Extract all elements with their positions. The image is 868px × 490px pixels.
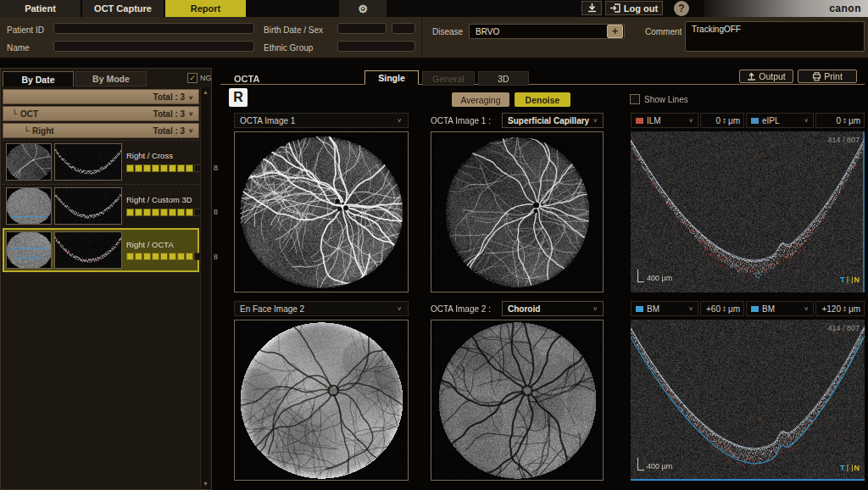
octa-angiogram-image (235, 132, 408, 292)
disease-add-button[interactable]: + (607, 25, 623, 38)
brand-logo: canon (829, 3, 861, 14)
disease-dropdown[interactable]: BRVO + (469, 24, 625, 39)
scale-bracket-icon (637, 270, 644, 282)
comment-field[interactable]: TrackingOFF (685, 21, 865, 52)
bscan1-layer2-dropdown[interactable]: eIPL ∨ (746, 113, 814, 128)
name-field[interactable] (53, 41, 254, 52)
bscan1-panel[interactable]: 414 / 807 400 μm T ⌈·⌋ N (631, 131, 865, 292)
sex-field[interactable] (392, 23, 415, 34)
chevron-down-icon: ∨ (593, 305, 598, 311)
tab-patient[interactable]: Patient (0, 0, 81, 17)
bscan2-offset2-stepper[interactable]: +120 ▲▼ μm (815, 301, 865, 316)
chevron-down-icon: ∨ (397, 305, 402, 311)
tab-3d[interactable]: 3D (478, 71, 529, 86)
tab-oct-capture[interactable]: OCT Capture (82, 0, 164, 17)
scan-row-right-octa[interactable]: Right / OCTA 8 (3, 228, 199, 272)
eipl-line-color-chip (751, 118, 759, 124)
tab-general[interactable]: General (422, 71, 475, 86)
disease-label: Disease (432, 27, 463, 36)
bscan-thumbnail (54, 231, 122, 269)
show-lines-checkbox[interactable] (630, 94, 640, 104)
scan-row-right-cross[interactable]: Right / Cross 8 (3, 140, 199, 182)
scan-row-right-custom3d[interactable]: Right / Custom 3D 8 (3, 184, 199, 226)
sidebar-scrollbar[interactable]: ▲ ▼ (200, 87, 210, 489)
chevron-down-icon: ∨ (188, 127, 193, 133)
download-button[interactable] (581, 1, 602, 15)
study-browser-sidebar: By Date By Mode ✓ NG Total : 3∨ └ OCT To… (0, 68, 212, 490)
patient-id-field[interactable] (53, 23, 254, 34)
superficial-capillary-dropdown[interactable]: Superficial Capillary ∨ (502, 113, 604, 128)
frame-counter: 414 / 807 (827, 324, 860, 332)
fundus-thumbnail (6, 231, 52, 269)
tab-single[interactable]: Single (364, 70, 419, 85)
bscan2-layer2-dropdown[interactable]: BM ∨ (746, 301, 814, 316)
stepper-arrows-icon[interactable]: ▲▼ (843, 117, 847, 124)
tree-row-oct[interactable]: └ OCT Total : 3∨ (3, 106, 199, 121)
chevron-down-icon: ∨ (804, 117, 809, 123)
logout-button[interactable]: Log out (605, 1, 663, 15)
superficial-capillary-image (431, 132, 603, 292)
stepper-arrows-icon[interactable]: ▲▼ (722, 305, 726, 312)
birth-date-field[interactable] (337, 23, 387, 34)
chevron-down-icon: ∨ (688, 305, 693, 311)
chevron-down-icon: ∨ (688, 117, 693, 123)
sidebar-tab-by-date[interactable]: By Date (3, 71, 74, 86)
ng-filter[interactable]: ✓ NG (187, 73, 212, 83)
show-lines-control[interactable]: Show Lines (630, 94, 688, 104)
orientation-marker: T ⌈·⌋ N (840, 464, 860, 472)
bscan1-layer1-dropdown[interactable]: ILM ∨ (631, 113, 698, 128)
octa-image1-panel[interactable] (234, 131, 409, 292)
bscan1-offset2-stepper[interactable]: 0 ▲▼ μm (815, 113, 865, 128)
enface-image2-panel[interactable] (234, 320, 409, 481)
stepper-arrows-icon[interactable]: ▲▼ (843, 305, 847, 312)
print-icon (812, 72, 821, 81)
orientation-marker: T ⌈·⌋ N (840, 276, 860, 284)
print-button[interactable]: Print (798, 70, 857, 83)
enface-image (235, 320, 408, 480)
fundus-thumbnail (6, 187, 52, 225)
tree-row-right[interactable]: └ Right Total : 3∨ (3, 123, 199, 138)
scale-bar: 400 μm (637, 270, 672, 282)
ng-label: NG (200, 74, 212, 82)
ethnic-group-field[interactable] (337, 41, 415, 52)
output-button[interactable]: Output (739, 70, 793, 83)
tree-branch-icon: └ (24, 126, 29, 136)
bscan-thumbnail (54, 187, 122, 225)
top-bar: Patient OCT Capture Report ⚙ canon Log o… (0, 0, 868, 17)
octa-image1-dropdown[interactable]: OCTA Image 1 ∨ (234, 113, 409, 128)
denoise-button[interactable]: Denoise (515, 92, 570, 107)
stepper-arrows-icon[interactable]: ▲▼ (722, 117, 726, 124)
settings-button[interactable]: ⚙ (339, 0, 387, 17)
ng-checkbox[interactable]: ✓ (187, 73, 198, 83)
divider (421, 19, 422, 56)
chevron-down-icon: ∨ (593, 117, 598, 123)
bscan-thumbnail (54, 143, 122, 181)
help-button[interactable]: ? (674, 1, 689, 16)
octa-image1-layer-panel[interactable] (431, 131, 604, 292)
tab-report[interactable]: Report (165, 0, 246, 17)
orientation-bracket-icon: ⌈·⌋ (846, 276, 852, 284)
bscan2-panel[interactable]: 414 / 807 400 μm T ⌈·⌋ N (631, 320, 865, 481)
comment-label: Comment (645, 27, 682, 36)
tree-branch-icon: └ (12, 109, 17, 119)
orientation-bracket-icon: ⌈·⌋ (846, 464, 852, 472)
averaging-button[interactable]: Averaging (452, 92, 509, 107)
octa-image2-layer-label: OCTA Image 2 : (431, 301, 500, 316)
octa-image1-layer-label: OCTA Image 1 : (431, 113, 500, 128)
scroll-up-icon[interactable]: ▲ (201, 89, 210, 95)
choroid-dropdown[interactable]: Choroid ∨ (502, 301, 604, 316)
bm-line-color-chip (751, 306, 759, 312)
gear-icon: ⚙ (358, 3, 368, 15)
octa-image2-layer-panel[interactable] (431, 320, 604, 481)
scroll-down-icon[interactable]: ▼ (201, 481, 210, 487)
bscan2-offset1-stepper[interactable]: +60 ▲▼ μm (700, 301, 744, 316)
patient-info-bar: Patient ID Name Birth Date / Sex Ethnic … (0, 17, 868, 59)
fundus-thumbnail (6, 143, 52, 181)
ethnic-group-label: Ethnic Group (264, 43, 313, 53)
sidebar-tab-by-mode[interactable]: By Mode (75, 71, 147, 86)
bscan1-offset1-stepper[interactable]: 0 ▲▼ μm (700, 113, 744, 128)
patient-id-label: Patient ID (7, 25, 44, 35)
bscan2-layer1-dropdown[interactable]: BM ∨ (631, 301, 698, 316)
enface-image2-dropdown[interactable]: En Face Image 2 ∨ (234, 301, 409, 316)
tree-row-date[interactable]: Total : 3∨ (3, 89, 199, 104)
